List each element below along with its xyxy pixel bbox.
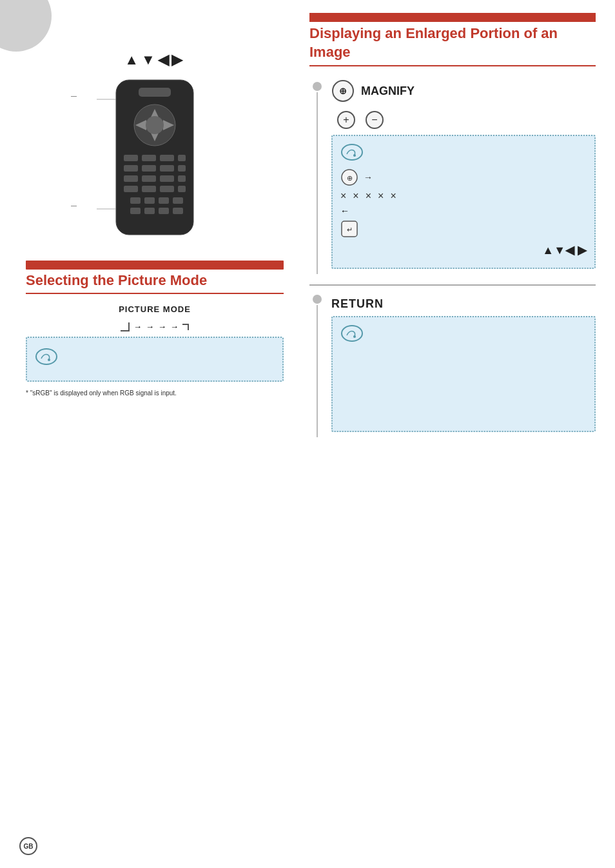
svg-rect-11 <box>178 155 186 161</box>
step-1-dot <box>313 82 322 91</box>
picture-mode-label: PICTURE MODE <box>26 304 284 314</box>
svg-rect-29 <box>144 208 155 214</box>
svg-point-7 <box>146 116 164 134</box>
svg-rect-8 <box>124 155 138 161</box>
step-2-info-box <box>331 316 596 432</box>
svg-point-43 <box>353 154 356 157</box>
step-2-connector <box>309 292 325 437</box>
enlarge-section-title: Displaying an Enlarged Portion of an Ima… <box>309 25 596 66</box>
zoom-out-icon: − <box>365 110 384 130</box>
flow-arrow-1: → <box>133 322 142 331</box>
cross-3: × <box>366 190 371 202</box>
step-divider <box>309 284 596 286</box>
zoom-icons-row: + − <box>337 110 596 130</box>
svg-rect-31 <box>173 208 183 214</box>
cross-5: × <box>390 190 396 202</box>
svg-point-34 <box>36 349 57 364</box>
svg-rect-14 <box>160 165 174 172</box>
svg-point-35 <box>48 359 50 361</box>
svg-rect-20 <box>124 186 138 192</box>
return-label: RETURN <box>331 297 596 311</box>
step2-note-icon <box>340 324 364 343</box>
step-2-content: RETURN <box>331 292 596 437</box>
svg-rect-18 <box>160 175 174 182</box>
arrow-left: ← <box>340 206 349 216</box>
svg-rect-26 <box>159 197 169 204</box>
picture-mode-title: Selecting the Picture Mode <box>26 272 284 294</box>
step-1-info-box: ⊕ → × × × × × ← <box>331 135 596 269</box>
svg-rect-16 <box>124 175 138 182</box>
magnify-label: MAGNIFY <box>361 84 415 98</box>
svg-rect-27 <box>173 197 183 204</box>
step-1-block: ⊕ MAGNIFY + − <box>309 79 596 274</box>
svg-rect-30 <box>159 208 169 214</box>
flow-arrow-3: → <box>158 322 166 331</box>
remote-direction-arrows: ▲▼◀▶ <box>124 52 185 68</box>
svg-rect-9 <box>142 155 156 161</box>
zoom-in-icon: + <box>337 110 356 130</box>
svg-text:+: + <box>343 114 349 125</box>
cross-row: × × × × × <box>340 190 587 202</box>
step-1-connector <box>309 79 325 274</box>
remote-illustration: ▲▼◀▶ <box>26 52 284 241</box>
step-1-content: ⊕ MAGNIFY + − <box>331 79 596 274</box>
svg-rect-1 <box>139 88 171 97</box>
enlarge-section-bar <box>309 13 596 22</box>
svg-rect-15 <box>178 165 186 172</box>
svg-rect-10 <box>160 155 174 161</box>
svg-rect-17 <box>142 175 156 182</box>
cross-4: × <box>378 190 384 202</box>
svg-rect-13 <box>142 165 156 172</box>
step1-note-icon <box>340 143 364 162</box>
flow-arrow-4: → <box>170 322 179 331</box>
cross-1: × <box>340 190 346 202</box>
svg-text:−: − <box>371 114 377 125</box>
svg-rect-23 <box>178 186 186 192</box>
nav-arrows: ▲▼◀ ▶ <box>340 243 587 257</box>
step-1-line <box>317 92 318 274</box>
remote-label-bottom: — <box>71 202 77 209</box>
svg-point-48 <box>342 326 362 341</box>
step-2-dot <box>313 295 322 304</box>
note-pen-icon <box>35 347 58 366</box>
picture-mode-info-box <box>26 337 284 382</box>
remote-label-top: — <box>71 93 77 99</box>
cross-2: × <box>353 190 358 202</box>
magnify-button-icon: ⊕ <box>331 79 355 103</box>
footnote: * "sRGB" is displayed only when RGB sign… <box>26 390 284 397</box>
svg-point-42 <box>342 144 362 160</box>
svg-text:⊕: ⊕ <box>339 86 347 96</box>
svg-text:⊕: ⊕ <box>347 174 353 182</box>
step-2-line <box>317 305 318 437</box>
svg-rect-21 <box>142 186 156 192</box>
end-bracket-icon <box>182 324 189 330</box>
svg-rect-25 <box>144 197 155 204</box>
step-2-block: RETURN <box>309 292 596 437</box>
step1-magnify-ref-icon: ⊕ <box>340 168 358 186</box>
remote-control-svg <box>97 74 213 241</box>
mode-flow: → → → → <box>26 322 284 331</box>
return-button-icon: ↵ <box>340 220 358 238</box>
svg-rect-28 <box>130 208 141 214</box>
svg-rect-24 <box>130 197 141 204</box>
right-column: Displaying an Enlarged Portion of an Ima… <box>303 0 615 868</box>
svg-rect-12 <box>124 165 138 172</box>
arrow-left-row: ← <box>340 206 587 216</box>
left-column: ▲▼◀▶ <box>0 0 303 868</box>
svg-point-49 <box>353 335 356 338</box>
step1-arrow-right: → <box>364 172 373 182</box>
picture-mode-section-bar <box>26 261 284 270</box>
svg-rect-22 <box>160 186 174 192</box>
flow-arrow-2: → <box>146 322 154 331</box>
svg-rect-19 <box>178 175 186 182</box>
return-arrow-icon <box>121 322 130 331</box>
svg-text:↵: ↵ <box>347 226 353 233</box>
